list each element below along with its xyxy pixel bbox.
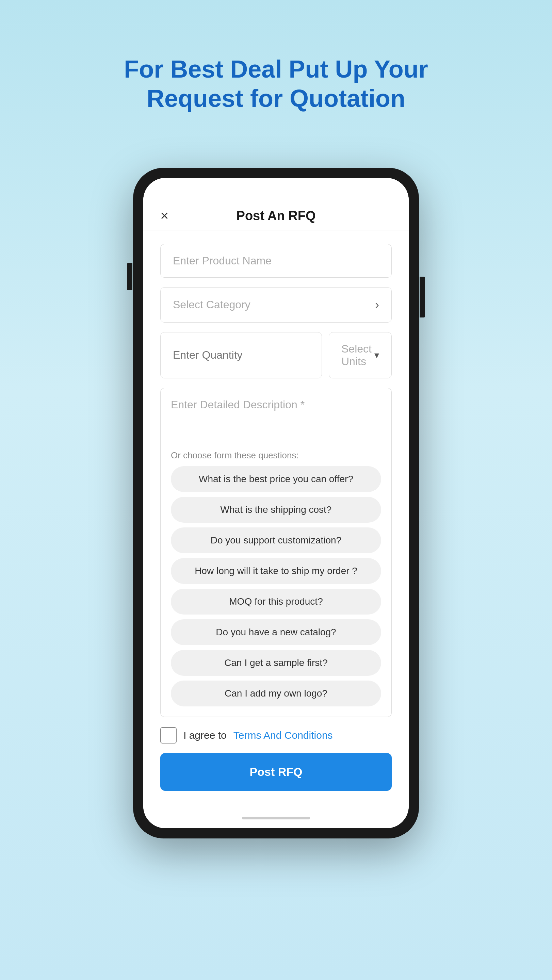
page-title: For Best Deal Put Up Your Request for Qu… [124,54,428,113]
description-textarea[interactable] [171,398,381,443]
units-select[interactable]: Select Units ▾ [329,332,392,379]
question-chip-1[interactable]: What is the best price you can offer? [171,466,381,492]
terms-prefix-text: I agree to [183,730,227,741]
question-chip-3[interactable]: Do you support customization? [171,527,381,553]
terms-link[interactable]: Terms And Conditions [234,730,333,741]
or-choose-text: Or choose form these questions: [171,450,381,461]
question-chip-7[interactable]: Can I get a sample first? [171,650,381,676]
product-name-field [160,244,392,278]
category-select[interactable]: Select Category › [160,287,392,323]
close-button[interactable]: × [160,208,169,223]
description-section: Or choose form these questions: What is … [160,388,392,717]
quantity-input[interactable] [160,332,322,379]
terms-row: I agree to Terms And Conditions [160,727,392,743]
modal-header: × Post An RFQ [143,198,409,231]
terms-checkbox[interactable] [160,727,177,743]
phone-mockup: × Post An RFQ Select Category › Select U… [133,168,419,838]
post-rfq-button[interactable]: Post RFQ [160,753,392,791]
category-label: Select Category [173,298,250,311]
home-indicator [143,808,409,828]
question-chip-4[interactable]: How long will it take to ship my order ? [171,558,381,584]
form-content: Select Category › Select Units ▾ Or choo… [143,231,409,808]
quantity-units-row: Select Units ▾ [160,332,392,379]
units-label: Select Units [341,343,374,368]
question-chip-2[interactable]: What is the shipping cost? [171,497,381,523]
home-bar [242,817,310,819]
chevron-right-icon: › [375,298,379,312]
dropdown-arrow-icon: ▾ [374,350,379,361]
question-chip-5[interactable]: MOQ for this product? [171,589,381,614]
category-field: Select Category › [160,287,392,323]
question-chip-6[interactable]: Do you have a new catalog? [171,619,381,645]
status-bar [143,178,409,198]
product-name-input[interactable] [160,244,392,278]
modal-title: Post An RFQ [237,208,316,223]
question-chip-8[interactable]: Can I add my own logo? [171,681,381,706]
phone-inner: × Post An RFQ Select Category › Select U… [143,178,409,828]
